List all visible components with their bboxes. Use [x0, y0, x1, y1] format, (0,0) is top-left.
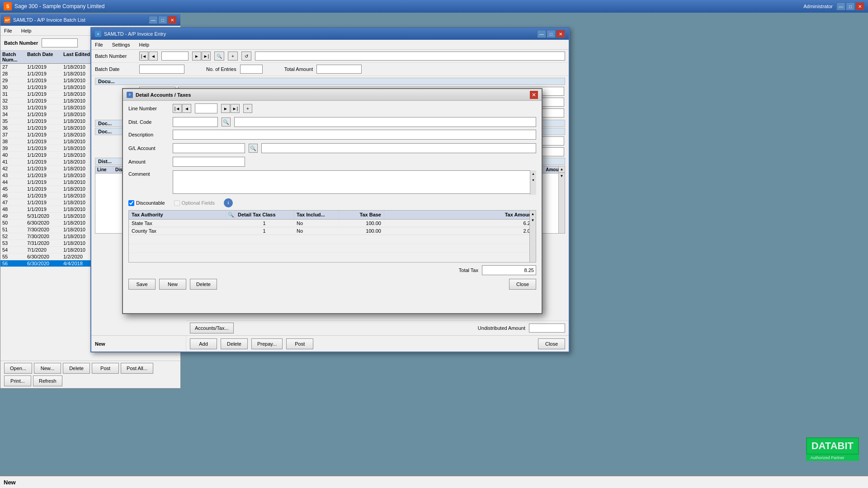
ie-close-btn[interactable]: Close: [538, 338, 565, 349]
ie-no-entries-input[interactable]: 0: [240, 65, 263, 74]
comment-scrollbar[interactable]: ▲ ▼: [530, 170, 536, 195]
batch-row-num: 32: [2, 98, 27, 103]
batch-row-num: 39: [2, 145, 27, 151]
batch-row-date: 1/1/2019: [27, 98, 63, 103]
batch-row-num: 31: [2, 91, 27, 97]
detail-new-btn[interactable]: New: [159, 279, 186, 290]
dist-code-desc-input[interactable]: Purchase of inventory: [234, 117, 536, 127]
tax-col-search-header: 🔍: [226, 211, 235, 219]
ie-batch-row: Batch Number |◄ ◄ 56 ► ►| 🔍 + ↺: [91, 50, 569, 63]
detail-dialog-buttons: Save New Delete Close: [123, 277, 542, 291]
ie-file-menu[interactable]: File: [93, 41, 105, 48]
line-nav-prev[interactable]: ◄: [182, 104, 191, 113]
ie-batch-date-input[interactable]: 06/30/2020: [139, 65, 184, 74]
grid-scrollbar[interactable]: ▲ ▼: [558, 166, 565, 233]
description-input[interactable]: Purchase of inventory: [173, 130, 536, 140]
batch-list-maximize-btn[interactable]: □: [158, 16, 167, 24]
nav-next-btn[interactable]: ►: [192, 52, 201, 61]
delete-btn-batch[interactable]: Delete: [63, 363, 90, 374]
new-btn-batch[interactable]: New...: [34, 363, 61, 374]
gl-account-search-btn[interactable]: 🔍: [249, 144, 258, 153]
app-close-btn[interactable]: ✕: [855, 2, 864, 10]
batch-list-minimize-btn[interactable]: —: [149, 16, 158, 24]
ie-maximize-btn[interactable]: □: [547, 30, 556, 38]
dist-code-search-btn[interactable]: 🔍: [222, 117, 231, 127]
ie-delete-btn[interactable]: Delete: [221, 338, 248, 349]
add-nav-btn[interactable]: +: [228, 52, 238, 61]
acct-tax-btn[interactable]: Accounts/Tax...: [190, 323, 234, 333]
gl-account-input[interactable]: 1300: [173, 143, 245, 153]
line-nav-add[interactable]: +: [243, 104, 252, 113]
tax-scroll-down[interactable]: ▼: [530, 217, 536, 223]
tax-scrollbar[interactable]: ▲ ▼: [529, 211, 536, 262]
ie-add-btn[interactable]: Add: [190, 338, 217, 349]
batch-number-input[interactable]: [42, 38, 78, 47]
discountable-checkbox[interactable]: [128, 200, 134, 206]
batch-row-num: 44: [2, 179, 27, 185]
line-number-input[interactable]: 1: [195, 103, 217, 113]
grid-col-line: Line: [95, 166, 113, 173]
batch-row-num: 41: [2, 159, 27, 164]
batch-row-date: 1/1/2019: [27, 159, 63, 164]
batch-row-num: 33: [2, 105, 27, 110]
batch-row-date: 1/1/2019: [27, 78, 63, 83]
search-nav-btn[interactable]: 🔍: [214, 52, 224, 61]
open-btn[interactable]: Open...: [4, 363, 32, 374]
tax-cell-class-1: 1: [235, 220, 294, 227]
comment-scroll-up[interactable]: ▲: [530, 170, 536, 177]
scroll-down-arrow[interactable]: ▼: [559, 173, 565, 179]
comment-textarea[interactable]: [173, 170, 536, 194]
line-nav-first[interactable]: |◄: [173, 104, 182, 113]
refresh-nav-btn[interactable]: ↺: [241, 52, 251, 61]
line-nav-last[interactable]: ►|: [231, 104, 240, 113]
dist-code-input[interactable]: INV: [173, 117, 218, 127]
ie-batch-desc-input[interactable]: [255, 52, 565, 61]
amount-input[interactable]: 100.00: [173, 157, 245, 167]
gl-account-desc-input[interactable]: Inventory: [261, 143, 536, 153]
optional-fields-label[interactable]: Optional Fields: [174, 200, 215, 206]
ie-total-amount-input[interactable]: 0.000: [316, 65, 362, 74]
ie-batch-number-label: Batch Number: [95, 53, 136, 59]
optional-fields-icon: i: [224, 198, 233, 207]
comment-scroll-down[interactable]: ▼: [530, 177, 536, 183]
undistrib-label: Undistributed Amount: [478, 325, 525, 331]
detail-delete-btn[interactable]: Delete: [190, 279, 217, 290]
description-label: Description: [128, 132, 169, 137]
batch-list-help-menu[interactable]: Help: [19, 27, 33, 34]
detail-close-btn[interactable]: Close: [509, 279, 536, 290]
nav-last-btn[interactable]: ►|: [202, 52, 211, 61]
total-tax-row: Total Tax 8.25: [123, 263, 542, 277]
optional-fields-checkbox[interactable]: [174, 200, 180, 206]
batch-list-close-btn[interactable]: ✕: [168, 16, 177, 24]
detail-dialog-close-x[interactable]: ✕: [530, 91, 538, 99]
line-nav-next[interactable]: ►: [221, 104, 230, 113]
app-maximize-btn[interactable]: □: [846, 2, 855, 10]
batch-row-num: 43: [2, 173, 27, 178]
tax-cell-search-2: [226, 227, 235, 235]
ie-prepay-btn[interactable]: Prepay...: [251, 338, 283, 349]
ie-batch-number-input[interactable]: 56: [161, 52, 189, 61]
undistrib-value-input[interactable]: 0.00: [529, 324, 565, 333]
batch-row-date: 1/1/2019: [27, 145, 63, 151]
scroll-up-arrow[interactable]: ▲: [559, 166, 565, 173]
post-all-btn[interactable]: Post All...: [121, 363, 153, 374]
post-btn-batch[interactable]: Post: [92, 363, 119, 374]
discountable-checkbox-label[interactable]: Discountable: [128, 200, 165, 206]
app-minimize-btn[interactable]: —: [836, 2, 845, 10]
detail-save-btn[interactable]: Save: [128, 279, 156, 290]
refresh-btn[interactable]: Refresh: [33, 375, 62, 386]
ie-close-btn[interactable]: ✕: [556, 30, 565, 38]
nav-first-btn[interactable]: |◄: [139, 52, 148, 61]
ie-settings-menu[interactable]: Settings: [110, 41, 132, 48]
batch-row-date: 1/1/2019: [27, 166, 63, 171]
ie-minimize-btn[interactable]: —: [537, 30, 546, 38]
batch-list-file-menu[interactable]: File: [2, 27, 14, 34]
ie-icon: ≡: [95, 31, 101, 37]
ie-post-btn[interactable]: Post: [286, 338, 313, 349]
batch-row-date: 1/1/2019: [27, 179, 63, 185]
nav-prev-btn[interactable]: ◄: [149, 52, 158, 61]
tax-scroll-up[interactable]: ▲: [530, 211, 536, 217]
ie-help-menu[interactable]: Help: [137, 41, 151, 48]
print-btn[interactable]: Print...: [4, 375, 31, 386]
ie-title-bar: ≡ SAMLTD - A/P Invoice Entry — □ ✕: [91, 28, 569, 40]
